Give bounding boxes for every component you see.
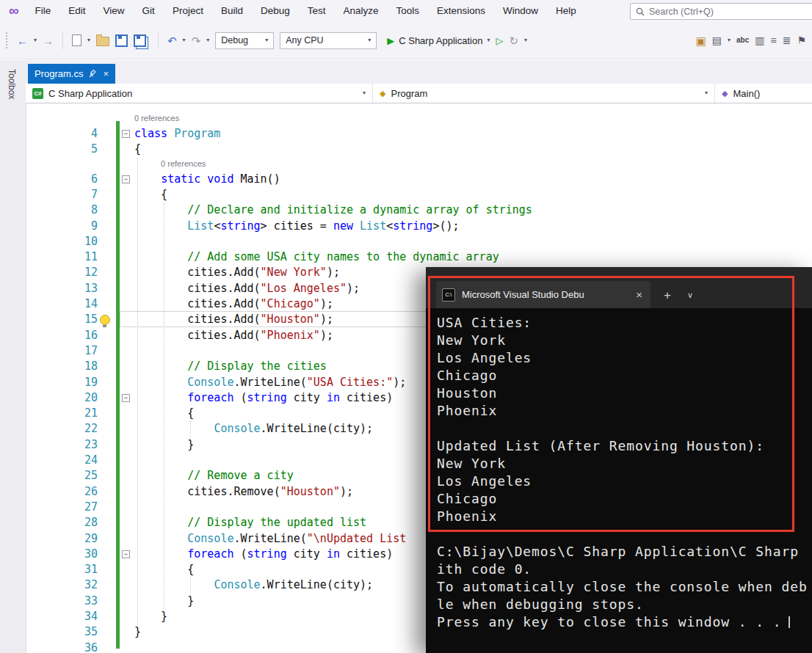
line-number: 26: [26, 484, 98, 500]
chevron-down-icon[interactable]: ▾: [728, 37, 731, 43]
code-line[interactable]: {: [134, 187, 812, 203]
type-dropdown[interactable]: ◆ Program ▾: [373, 84, 715, 103]
hot-reload-icon[interactable]: ↻: [509, 35, 518, 46]
fold-collapse-icon[interactable]: −: [122, 130, 130, 138]
code-line[interactable]: {: [134, 142, 812, 157]
console-output-line: To automatically close the console when …: [437, 578, 812, 596]
menu-project[interactable]: Project: [164, 0, 212, 22]
line-number: 31: [26, 562, 98, 577]
menu-window[interactable]: Window: [494, 0, 547, 22]
codelens-references[interactable]: 0 references: [134, 112, 179, 126]
find-in-files-icon[interactable]: ▣: [696, 35, 706, 46]
hot-reload-dropdown-icon[interactable]: ▾: [524, 37, 527, 43]
line-number: 10: [26, 234, 98, 249]
line-number: 30: [26, 547, 98, 562]
menu-tools[interactable]: Tools: [388, 0, 429, 22]
console-caret: [789, 616, 790, 628]
fold-collapse-icon[interactable]: −: [122, 550, 130, 558]
line-number: 24: [26, 453, 98, 468]
toolbar-grip[interactable]: [6, 32, 10, 48]
console-output-line: le when debugging stops.: [437, 596, 812, 613]
start-button-label: C Sharp Application: [399, 35, 482, 46]
chevron-down-icon: ▾: [362, 37, 371, 43]
fold-collapse-icon[interactable]: −: [122, 175, 130, 183]
code-line[interactable]: List<string> cities = new List<string>()…: [134, 219, 812, 234]
codelens-references[interactable]: 0 references: [161, 158, 206, 172]
line-indent-icon[interactable]: ≣: [783, 35, 791, 45]
menu-test[interactable]: Test: [299, 0, 335, 22]
properties-window-icon[interactable]: ▥: [755, 35, 764, 45]
tab-program-cs[interactable]: Program.cs ×: [28, 64, 115, 84]
code-line[interactable]: // Add some USA city names to the dynami…: [134, 249, 812, 265]
menu-help[interactable]: Help: [547, 0, 585, 22]
redo-icon[interactable]: ↷: [192, 35, 201, 46]
line-number: 19: [26, 375, 98, 390]
line-number: 9: [26, 219, 98, 234]
code-line[interactable]: [134, 234, 812, 249]
undo-dropdown-icon[interactable]: ▾: [183, 37, 186, 43]
quick-actions-lightbulb-icon[interactable]: [100, 315, 110, 325]
line-number: 34: [26, 609, 98, 624]
document-outline-icon[interactable]: ≡: [771, 35, 777, 45]
toolbar: ← ▾ → ▾ ↶ ▾ ↷ ▾ Debug ▾ Any CPU ▾ ▶ C Sh…: [0, 22, 812, 59]
line-number: 4: [26, 126, 98, 142]
line-number: 11: [26, 249, 98, 265]
menu-edit[interactable]: Edit: [59, 0, 94, 22]
start-dropdown-icon[interactable]: ▾: [487, 37, 490, 43]
solution-configurations-dropdown[interactable]: Debug ▾: [215, 32, 274, 49]
spell-check-icon[interactable]: abc: [736, 37, 749, 44]
menu-git[interactable]: Git: [134, 0, 164, 22]
console-output-line: C:\Bijay\Demos\C Sharp Application\C Sha…: [437, 543, 812, 561]
new-file-icon[interactable]: [72, 34, 81, 46]
line-number: 15: [26, 312, 98, 327]
method-icon: ◆: [722, 90, 728, 98]
menu-build[interactable]: Build: [212, 0, 252, 22]
new-file-dropdown-icon[interactable]: ▾: [87, 37, 90, 43]
bookmark-icon[interactable]: ⚑: [797, 35, 806, 45]
solution-platforms-dropdown[interactable]: Any CPU ▾: [280, 32, 377, 49]
line-number: 35: [26, 624, 98, 640]
solution-explorer-icon[interactable]: ▤: [712, 35, 722, 45]
navigate-backward-icon[interactable]: ←: [17, 35, 28, 46]
menu-view[interactable]: View: [95, 0, 134, 22]
class-icon: ◆: [380, 90, 385, 98]
line-number: 32: [26, 577, 98, 593]
platform-value: Any CPU: [286, 35, 323, 45]
line-number: 20: [26, 390, 98, 406]
save-icon[interactable]: [115, 34, 128, 47]
navigate-forward-icon[interactable]: →: [43, 35, 54, 46]
play-icon: ▶: [387, 36, 394, 45]
fold-collapse-icon[interactable]: −: [122, 394, 130, 402]
tab-close-icon[interactable]: ×: [103, 68, 109, 79]
code-line[interactable]: class Program: [134, 126, 812, 142]
member-dropdown[interactable]: ◆ Main(): [715, 84, 812, 103]
navigate-backward-dropdown-icon[interactable]: ▾: [34, 37, 37, 43]
menu-debug[interactable]: Debug: [252, 0, 299, 22]
start-without-debugging-icon[interactable]: ▷: [496, 36, 503, 45]
save-all-icon[interactable]: [134, 34, 146, 47]
menu-analyze[interactable]: Analyze: [335, 0, 388, 22]
line-number: 23: [26, 437, 98, 453]
search-icon: [636, 7, 645, 16]
search-input[interactable]: Search (Ctrl+Q): [630, 3, 812, 20]
tab-bar: Program.cs ×: [26, 60, 812, 84]
code-line[interactable]: // Declare and initialize a dynamic arra…: [134, 203, 812, 218]
menu-extensions[interactable]: Extensions: [428, 0, 494, 22]
start-debugging-button[interactable]: ▶ C Sharp Application ▾: [387, 35, 490, 46]
redo-dropdown-icon[interactable]: ▾: [206, 37, 209, 43]
undo-icon[interactable]: ↶: [167, 35, 177, 46]
annotation-rectangle: [428, 276, 794, 532]
visual-studio-logo-icon: ∞: [9, 0, 19, 22]
menu-file[interactable]: File: [26, 0, 60, 22]
toolbar-separator: [62, 32, 63, 49]
open-file-icon[interactable]: [96, 37, 109, 46]
line-number: 5: [26, 142, 98, 157]
line-number: 13: [26, 281, 98, 296]
project-name: C Sharp Application: [48, 88, 132, 99]
code-line[interactable]: static void Main(): [134, 172, 812, 187]
project-dropdown[interactable]: C# C Sharp Application ▾: [26, 84, 373, 103]
chevron-down-icon: ▾: [259, 37, 268, 43]
line-number: 22: [26, 421, 98, 437]
line-number: 6: [26, 172, 98, 187]
pin-icon[interactable]: [89, 70, 97, 78]
